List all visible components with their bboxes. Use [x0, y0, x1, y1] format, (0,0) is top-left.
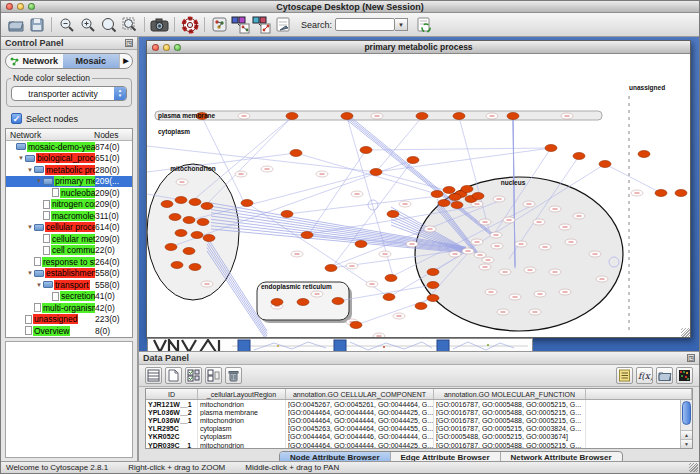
network-node[interactable] [545, 145, 557, 152]
network-node[interactable] [416, 113, 428, 120]
table-cell[interactable]: [GO:0044464, GO:0044444, GO:0044425, G..… [286, 408, 434, 416]
network-node[interactable] [183, 217, 195, 224]
network-edge[interactable] [376, 148, 551, 172]
table-cell[interactable]: cytoplasm [198, 425, 286, 433]
network-node[interactable] [332, 298, 344, 305]
network-node[interactable] [438, 200, 450, 207]
table-cell[interactable]: [GO:0044464, GO:0044444, GO:0044425, G..… [286, 441, 434, 449]
network-node[interactable] [431, 191, 443, 198]
tree-row[interactable]: ▼metabolic process280(0) [6, 164, 132, 176]
column-header[interactable]: _cellularLayoutRegion [198, 389, 286, 399]
network-node[interactable] [301, 232, 313, 239]
network-node[interactable] [189, 199, 201, 206]
table-cell[interactable]: mitochondrion [198, 416, 286, 424]
network-node[interactable] [355, 241, 367, 248]
import-attributes-icon[interactable] [413, 14, 434, 35]
table-cell[interactable]: YJR121W__1 [146, 400, 198, 408]
network-node[interactable] [241, 200, 253, 207]
column-header[interactable] [586, 389, 692, 399]
network-node[interactable] [451, 202, 463, 209]
tree-row[interactable]: cellular metabo209(0) [6, 233, 132, 245]
network-node[interactable] [175, 197, 187, 204]
network-edge[interactable] [347, 120, 494, 238]
table-cell[interactable] [586, 408, 692, 416]
frame-resize-grip[interactable] [681, 328, 690, 337]
network-node[interactable] [169, 214, 181, 221]
tree-row[interactable]: mosaic-demo-yeast874(0) [6, 141, 132, 153]
network-node[interactable] [507, 113, 519, 120]
tree-row[interactable]: ▼transport558(0) [6, 279, 132, 291]
scroll-up-button[interactable]: ▲ [681, 430, 692, 439]
tree-row[interactable]: Overview8(0) [6, 325, 132, 337]
tree-row[interactable]: multi-organism pro42(0) [6, 302, 132, 314]
network-node[interactable] [385, 275, 397, 282]
network-node[interactable] [461, 186, 473, 193]
attribute-matrix-icon[interactable] [676, 367, 693, 384]
network-node[interactable] [638, 151, 650, 158]
network-node[interactable] [350, 322, 362, 329]
network-node[interactable] [383, 294, 395, 301]
table-row[interactable]: YPL036W__1mitochondrion[GO:0044464, GO:0… [146, 416, 692, 424]
network-node[interactable] [427, 269, 439, 276]
network-node[interactable] [197, 219, 209, 226]
network-edge[interactable] [205, 117, 292, 206]
column-header[interactable]: ID [146, 389, 198, 399]
table-cell[interactable]: YLR295C [146, 425, 198, 433]
overview-network-icon[interactable] [209, 14, 230, 35]
table-cell[interactable]: [GO:0044464, GO:0044444, GO:0044425, G..… [286, 416, 434, 424]
search-options-dropdown[interactable]: ▼ [395, 18, 408, 31]
disclosure-triangle-icon[interactable]: ▼ [17, 155, 25, 161]
unselect-attributes-icon[interactable] [205, 367, 222, 384]
network-node[interactable] [171, 262, 183, 269]
disclosure-triangle-icon[interactable]: ▼ [26, 270, 34, 276]
tab-mosaic[interactable]: Mosaic [63, 54, 120, 68]
new-attribute-icon[interactable] [165, 367, 182, 384]
network-node[interactable] [427, 282, 439, 289]
network-node[interactable] [191, 232, 203, 239]
help-icon[interactable] [179, 14, 200, 35]
table-cell[interactable]: [GO:0016787, GO:0005488, GO:0005215, G..… [434, 441, 586, 449]
float-panel-icon[interactable]: ◳ [687, 354, 695, 362]
table-cell[interactable]: mitochondrion [198, 400, 286, 408]
tree-row[interactable]: response to stimulu264(0) [6, 256, 132, 268]
tree-row[interactable]: macromolecule311(0) [6, 210, 132, 222]
table-cell[interactable] [586, 425, 692, 433]
birds-eye-view-panel[interactable] [5, 341, 133, 459]
attribute-table-icon[interactable] [145, 367, 162, 384]
network-node[interactable] [325, 265, 337, 272]
network-node[interactable] [407, 157, 419, 164]
tree-row[interactable]: ▼establishment of lo558(0) [6, 268, 132, 280]
network-edge[interactable] [366, 148, 551, 150]
zoom-selected-icon[interactable] [119, 14, 140, 35]
network-node[interactable] [360, 147, 372, 154]
table-scrollbar[interactable]: ▲ ▼ [680, 400, 692, 448]
network-node[interactable] [453, 113, 465, 120]
frame-minimize-button[interactable] [163, 44, 170, 51]
network-node[interactable] [370, 169, 382, 176]
network-node[interactable] [201, 203, 213, 210]
table-cell[interactable]: mitochondrion [198, 441, 286, 449]
table-cell[interactable]: [GO:0045263, GO:0044464, GO:0044455, G..… [286, 425, 434, 433]
disclosure-triangle-icon[interactable]: ▼ [35, 178, 43, 184]
frame-titlebar[interactable]: primary metabolic process [147, 41, 690, 54]
zoom-fit-icon[interactable] [98, 14, 119, 35]
tree-row[interactable]: nitrogen compo209(0) [6, 199, 132, 211]
table-cell[interactable]: [GO:0016787, GO:0005488, GO:0005215, G..… [434, 408, 586, 416]
tree-row[interactable]: unassigned223(0) [6, 314, 132, 326]
network-canvas[interactable]: plasma membranecytoplasmmitochondrionnuc… [147, 54, 690, 337]
table-cell[interactable]: [GO:0016787, GO:0005215, GO:0003824, G..… [434, 425, 586, 433]
float-panel-icon[interactable]: ◳ [125, 39, 133, 47]
table-cell[interactable]: [GO:0045267, GO:0045261, GO:0044464, G..… [286, 400, 434, 408]
table-cell[interactable]: cytoplasm [198, 433, 286, 441]
tree-row[interactable]: ▼cellular process614(0) [6, 222, 132, 234]
select-attributes-icon[interactable] [185, 367, 202, 384]
network-edge[interactable] [376, 117, 422, 172]
table-cell[interactable]: plasma membrane [198, 408, 286, 416]
zoom-out-icon[interactable] [56, 14, 77, 35]
network-node[interactable] [415, 303, 427, 310]
network-node[interactable] [599, 161, 611, 168]
save-session-icon[interactable] [26, 14, 47, 35]
table-cell[interactable] [586, 416, 692, 424]
table-row[interactable]: YLR295Ccytoplasm[GO:0045263, GO:0044464,… [146, 425, 692, 433]
select-nodes-checkbox[interactable]: ✓ [11, 113, 22, 124]
